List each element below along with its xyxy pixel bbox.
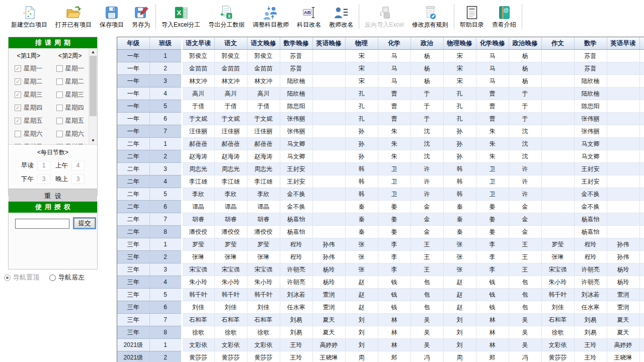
assignment-cell[interactable]: 朱 (378, 150, 411, 163)
assignment-cell[interactable]: 刘冰若 (574, 289, 607, 301)
assignment-cell[interactable]: 金不换 (574, 201, 607, 213)
assignment-cell[interactable]: 黄莎莎 (214, 351, 247, 362)
scroll-down-icon[interactable]: ▼ (89, 137, 97, 144)
grade-cell[interactable]: 二年 (117, 150, 149, 163)
class-cell[interactable]: 5 (149, 289, 182, 301)
assignment-cell[interactable]: 夏天 (312, 326, 345, 339)
assignment-cell[interactable]: 潘佼佼 (214, 226, 247, 238)
toolbar-button-view-intro[interactable]: @ 查看介绍 (488, 2, 520, 29)
assignment-cell[interactable]: 孙伟 (312, 238, 345, 251)
assignment-cell[interactable]: 金 (509, 226, 541, 238)
assignment-cell[interactable]: 于文妮 (214, 113, 247, 125)
assignment-cell[interactable] (312, 62, 345, 75)
assignment-cell[interactable]: 周志光 (182, 163, 214, 175)
assignment-cell[interactable]: 朱 (476, 150, 509, 163)
assignment-cell[interactable] (607, 62, 639, 75)
assignment-cell[interactable]: 金 (411, 213, 443, 226)
assignment-cell[interactable]: 金苗苗 (247, 62, 280, 75)
assignment-cell[interactable]: 徐歌 (182, 326, 214, 339)
assignment-cell[interactable]: 孙 (443, 138, 476, 150)
class-cell[interactable]: 6 (149, 201, 182, 213)
assignment-cell[interactable]: 秦 (345, 213, 378, 226)
assignment-cell[interactable]: 谭晶 (247, 201, 280, 213)
grade-cell[interactable]: 一年 (117, 100, 149, 113)
toolbar-button-modify-rules[interactable]: 修改原有规则 (408, 2, 452, 29)
assignment-cell[interactable]: 赵海涛 (182, 150, 214, 163)
assignment-cell[interactable]: 林 (378, 339, 411, 351)
assignment-cell[interactable]: 赵 (443, 301, 476, 314)
assignment-cell[interactable]: 沈 (509, 125, 541, 138)
period-value-input[interactable]: 4 (71, 161, 85, 170)
assignment-cell[interactable]: 张 (443, 238, 476, 251)
assignment-cell[interactable]: 李江雄 (182, 175, 214, 188)
weekday-checkbox[interactable]: 星期日 (15, 143, 43, 145)
weekday-checkbox[interactable]: ✓星期四 (15, 104, 43, 112)
assignment-cell[interactable]: 李 (378, 263, 411, 276)
assignment-cell[interactable]: 李 (378, 251, 411, 263)
assignment-cell[interactable]: 刘佳 (247, 301, 280, 314)
assignment-cell[interactable]: 赵海涛 (214, 150, 247, 163)
assignment-cell[interactable]: 郝蓓蓓 (182, 138, 214, 150)
assignment-cell[interactable]: 孙 (443, 150, 476, 163)
assignment-cell[interactable]: 许 (411, 163, 443, 175)
assignment-cell[interactable]: 石和革 (214, 314, 247, 326)
assignment-cell[interactable]: 冯 (509, 351, 541, 362)
class-cell[interactable]: 1 (149, 138, 182, 150)
grade-cell[interactable]: 一年 (117, 50, 149, 62)
assignment-cell[interactable] (541, 62, 574, 75)
assignment-cell[interactable]: 张 (443, 263, 476, 276)
assignment-cell[interactable]: 韩 (443, 188, 476, 201)
assignment-cell[interactable]: 林 (476, 326, 509, 339)
assignment-cell[interactable]: 金不换 (280, 201, 312, 213)
assignment-cell[interactable]: 王晓琳 (312, 351, 345, 362)
assignment-cell[interactable] (312, 125, 345, 138)
assignment-cell[interactable]: 杨 (411, 75, 443, 87)
assignment-cell[interactable]: 林 (476, 314, 509, 326)
grade-cell[interactable]: 二年 (117, 201, 149, 213)
assignment-cell[interactable]: 徐歌 (247, 326, 280, 339)
assignment-cell[interactable]: 杨嘉怡 (574, 226, 607, 238)
assignment-cell[interactable]: 罗莹 (541, 238, 574, 251)
assignment-cell[interactable] (541, 163, 574, 175)
assignment-cell[interactable]: 萱润 (312, 301, 345, 314)
assignment-cell[interactable]: 黄莎莎 (247, 351, 280, 362)
assignment-cell[interactable]: 姜 (378, 201, 411, 213)
assignment-cell[interactable] (607, 75, 639, 87)
assignment-cell[interactable]: 文彩依 (247, 339, 280, 351)
grade-cell[interactable]: 2021级 (117, 339, 149, 351)
class-cell[interactable]: 7 (149, 213, 182, 226)
assignment-cell[interactable] (312, 138, 345, 150)
assignment-cell[interactable]: 高婷婷 (312, 339, 345, 351)
assignment-cell[interactable]: 钱 (476, 289, 509, 301)
assignment-cell[interactable]: 王玲 (280, 339, 312, 351)
assignment-cell[interactable]: 赵 (443, 276, 476, 289)
assignment-cell[interactable]: 韩 (345, 163, 378, 175)
assignment-cell[interactable]: 刘佳 (214, 301, 247, 314)
grade-cell[interactable]: 三年 (117, 263, 149, 276)
assignment-cell[interactable]: 程玲 (280, 251, 312, 263)
assignment-cell[interactable]: 朱小玲 (214, 276, 247, 289)
assignment-cell[interactable]: 宋宝强 (214, 263, 247, 276)
assignment-cell[interactable]: 刘 (443, 326, 476, 339)
assignment-cell[interactable]: 罗莹 (214, 238, 247, 251)
assignment-cell[interactable]: 许 (509, 175, 541, 188)
grade-cell[interactable]: 三年 (117, 326, 149, 339)
assignment-cell[interactable]: 金苗苗 (182, 62, 214, 75)
assignment-cell[interactable]: 张琳 (182, 251, 214, 263)
assignment-cell[interactable]: 潘佼佼 (247, 226, 280, 238)
assignment-cell[interactable]: 金 (509, 201, 541, 213)
class-cell[interactable]: 3 (149, 75, 182, 87)
assignment-cell[interactable]: 姜 (378, 226, 411, 238)
class-cell[interactable]: 4 (149, 175, 182, 188)
assignment-cell[interactable]: 陈思阳 (574, 100, 607, 113)
assignment-cell[interactable]: 朱小玲 (541, 276, 574, 289)
assignment-cell[interactable]: 曹 (476, 100, 509, 113)
nav-option-left[interactable]: 导航居左 (49, 273, 85, 282)
class-cell[interactable]: 8 (149, 326, 182, 339)
assignment-cell[interactable] (607, 113, 639, 125)
assignment-cell[interactable]: 张 (345, 263, 378, 276)
assignment-cell[interactable]: 张琳 (214, 251, 247, 263)
assignment-cell[interactable]: 刘 (345, 314, 378, 326)
grade-cell[interactable]: 二年 (117, 175, 149, 188)
assignment-cell[interactable]: 汪佳丽 (214, 125, 247, 138)
